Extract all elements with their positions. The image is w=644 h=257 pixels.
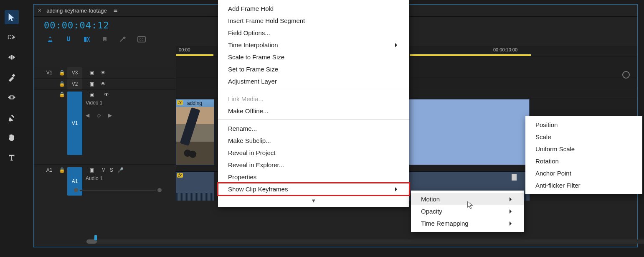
fx-badge: fx <box>177 173 183 178</box>
submenu-motion[interactable]: Motion <box>411 193 524 205</box>
menu-reveal-in-explorer[interactable]: Reveal in Explorer... <box>218 159 409 171</box>
track-head-scroll[interactable] <box>74 188 162 192</box>
menu-add-frame-hold[interactable]: Add Frame Hold <box>218 3 409 15</box>
menu-make-subclip[interactable]: Make Subclip... <box>218 135 409 147</box>
svg-rect-0 <box>8 36 13 38</box>
sync-lock-icon[interactable]: ▣ <box>86 92 97 97</box>
submenu-scale[interactable]: Scale <box>525 131 642 143</box>
menu-separator <box>218 90 409 90</box>
lock-icon[interactable]: 🔒 <box>56 167 67 173</box>
audio-clip[interactable]: fx <box>176 172 214 201</box>
lock-icon[interactable]: 🔒 <box>56 92 67 97</box>
clip-label: adding <box>187 100 202 106</box>
svg-rect-1 <box>11 55 13 60</box>
settings-icon[interactable] <box>119 36 127 44</box>
eye-icon[interactable]: 👁 <box>101 92 112 97</box>
ruler-tick: :00:00 <box>177 47 190 52</box>
next-keyframe-icon[interactable]: ▶ <box>108 112 112 118</box>
track-headers: V1 🔒 V3 ▣ 👁 🔒 V2 ▣ 👁 🔒 V1 ▣ <box>34 46 176 201</box>
pen-tool-icon[interactable] <box>5 110 19 125</box>
video-clip[interactable] <box>408 99 530 165</box>
src-patch-v1[interactable]: V1 <box>42 70 56 76</box>
target-v3[interactable]: V3 <box>67 67 82 78</box>
submenu-position[interactable]: Position <box>525 119 642 131</box>
voiceover-icon[interactable]: 🎤 <box>117 167 124 173</box>
menu-adjustment-layer[interactable]: Adjustment Layer <box>218 75 409 87</box>
submenu-rotation[interactable]: Rotation <box>525 155 642 167</box>
submenu-motion[interactable]: Position Scale Uniform Scale Rotation An… <box>525 116 642 194</box>
track-a1-header[interactable]: A1 🔒 A1 ▣ M S 🎤 Audio 1 <box>34 164 176 201</box>
close-panel-icon[interactable]: × <box>38 7 41 14</box>
type-tool-icon[interactable] <box>5 150 19 165</box>
menu-show-clip-keyframes[interactable]: Show Clip Keyframes <box>218 183 409 195</box>
menu-insert-frame-hold-segment[interactable]: Insert Frame Hold Segment <box>218 15 409 27</box>
current-timecode[interactable]: 00:00:04:12 <box>44 20 109 31</box>
menu-link-media: Link Media... <box>218 93 409 105</box>
menu-set-to-frame-size[interactable]: Set to Frame Size <box>218 63 409 75</box>
playhead-icon[interactable] <box>94 235 97 240</box>
insert-overwrite-icon[interactable] <box>46 36 54 44</box>
submenu-anti-flicker-filter[interactable]: Anti-flicker Filter <box>525 179 642 191</box>
target-v1[interactable]: V1 <box>67 92 82 155</box>
panel-menu-icon[interactable]: ≡ <box>114 7 117 14</box>
track-v2-header[interactable]: 🔒 V2 ▣ 👁 <box>34 78 176 89</box>
track-v1-label: Video 1 <box>86 100 112 106</box>
tool-strip <box>0 0 23 257</box>
snap-icon[interactable] <box>65 36 72 44</box>
fx-badge: fx <box>177 100 183 105</box>
svg-text:CC: CC <box>139 38 144 41</box>
lock-icon[interactable]: 🔒 <box>56 81 67 87</box>
waveform <box>176 193 214 201</box>
track-a1-label: Audio 1 <box>86 176 124 181</box>
menu-scroll-down-icon[interactable]: ▾ <box>218 195 409 204</box>
target-v2[interactable]: V2 <box>67 79 82 89</box>
track-select-forward-tool-icon[interactable] <box>5 30 19 44</box>
menu-time-interpolation[interactable]: Time Interpolation <box>218 39 409 51</box>
razor-tool-icon[interactable] <box>5 70 19 84</box>
submenu-show-clip-keyframes[interactable]: Motion Opacity Time Remapping <box>411 191 524 232</box>
submenu-anchor-point[interactable]: Anchor Point <box>525 167 642 179</box>
menu-properties[interactable]: Properties <box>218 171 409 183</box>
submenu-time-remapping[interactable]: Time Remapping <box>411 217 524 229</box>
menu-separator <box>218 120 409 120</box>
mute-icon[interactable]: M <box>101 167 106 173</box>
track-v1-header[interactable]: 🔒 V1 ▣ 👁 Video 1 ◀ ◇ ▶ <box>34 89 176 158</box>
menu-field-options[interactable]: Field Options... <box>218 27 409 39</box>
sync-lock-icon[interactable]: ▣ <box>86 70 97 76</box>
add-keyframe-icon[interactable]: ◇ <box>97 112 101 118</box>
submenu-uniform-scale[interactable]: Uniform Scale <box>525 143 642 155</box>
src-patch-a1[interactable]: A1 <box>42 167 56 173</box>
svg-rect-2 <box>12 74 15 77</box>
edit-cursor-icon <box>512 174 517 181</box>
selection-tool-icon[interactable] <box>5 10 19 24</box>
menu-reveal-in-project[interactable]: Reveal in Project <box>218 147 409 159</box>
menu-make-offline[interactable]: Make Offline... <box>218 105 409 117</box>
vertical-zoom-handle[interactable] <box>622 71 630 79</box>
submenu-opacity[interactable]: Opacity <box>411 205 524 217</box>
horizontal-zoom-bar[interactable] <box>86 239 644 244</box>
lock-icon[interactable]: 🔒 <box>56 70 67 76</box>
prev-keyframe-icon[interactable]: ◀ <box>86 112 89 118</box>
slip-tool-icon[interactable] <box>5 90 19 104</box>
video-clip[interactable]: fx adding <box>176 99 214 165</box>
ripple-edit-tool-icon[interactable] <box>5 50 19 64</box>
eye-icon[interactable]: 👁 <box>97 81 109 87</box>
marker-icon[interactable] <box>101 36 108 44</box>
captions-icon[interactable]: CC <box>137 36 146 44</box>
track-v3-header[interactable]: V1 🔒 V3 ▣ 👁 <box>34 67 176 78</box>
context-menu[interactable]: Add Frame Hold Insert Frame Hold Segment… <box>218 0 409 207</box>
solo-icon[interactable]: S <box>110 167 113 173</box>
svg-rect-3 <box>10 96 13 99</box>
hand-tool-icon[interactable] <box>5 130 19 145</box>
ruler-tick: 00:00:10:00 <box>493 47 517 52</box>
svg-rect-4 <box>84 37 86 42</box>
menu-rename[interactable]: Rename... <box>218 122 409 135</box>
sync-lock-icon[interactable]: ▣ <box>86 81 97 87</box>
menu-scale-to-frame-size[interactable]: Scale to Frame Size <box>218 51 409 63</box>
eye-icon[interactable]: 👁 <box>97 70 109 76</box>
sync-lock-icon[interactable]: ▣ <box>86 167 97 173</box>
linked-selection-icon[interactable] <box>83 36 91 44</box>
sequence-title[interactable]: adding-keyframe-footage <box>46 8 107 14</box>
